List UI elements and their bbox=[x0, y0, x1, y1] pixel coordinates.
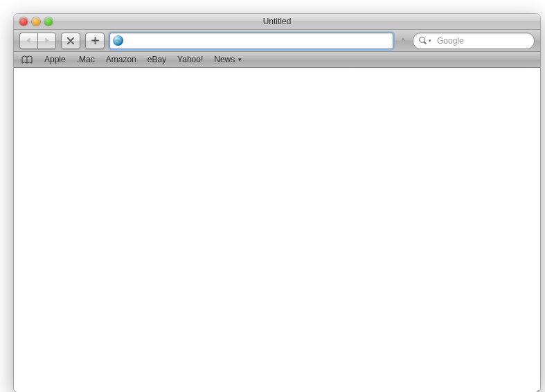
nav-buttons bbox=[19, 33, 56, 49]
traffic-lights bbox=[19, 17, 53, 26]
bookmark-item[interactable]: Apple bbox=[44, 55, 66, 64]
zoom-button[interactable] bbox=[44, 17, 53, 26]
search-icon bbox=[419, 37, 427, 45]
bookmark-label: Yahoo! bbox=[177, 55, 203, 64]
stop-button[interactable] bbox=[61, 33, 80, 49]
titlebar[interactable]: Untitled bbox=[14, 14, 540, 30]
bookmark-item-dropdown[interactable]: News▼ bbox=[214, 55, 242, 64]
bookmarks-bar: Apple .Mac Amazon eBay Yahoo! News▼ bbox=[14, 52, 540, 68]
search-input[interactable] bbox=[436, 35, 540, 46]
search-menu-caret-icon[interactable]: ▾ bbox=[429, 38, 431, 44]
toolbar: ^ ▾ bbox=[14, 30, 540, 52]
address-bar[interactable] bbox=[109, 33, 393, 49]
bookmarks-menu-icon[interactable] bbox=[21, 55, 33, 64]
bookmark-item[interactable]: Yahoo! bbox=[177, 55, 203, 64]
bookmark-label: eBay bbox=[148, 55, 166, 64]
add-bookmark-button[interactable] bbox=[85, 33, 105, 49]
bookmark-label: Amazon bbox=[106, 55, 136, 64]
address-input[interactable] bbox=[126, 34, 390, 48]
window-title: Untitled bbox=[14, 17, 540, 26]
minimize-button[interactable] bbox=[32, 17, 40, 26]
search-bar[interactable]: ▾ bbox=[413, 33, 535, 49]
forward-button[interactable] bbox=[37, 33, 56, 49]
globe-icon bbox=[113, 35, 123, 46]
resize-handle[interactable] bbox=[529, 381, 539, 391]
close-button[interactable] bbox=[19, 17, 28, 26]
bookmark-label: News bbox=[214, 55, 235, 64]
back-icon bbox=[26, 37, 32, 44]
content-area bbox=[14, 68, 540, 392]
stop-icon bbox=[67, 37, 74, 44]
bookmark-label: Apple bbox=[44, 55, 66, 64]
browser-window: Untitled ^ ▾ Ap bbox=[14, 14, 540, 392]
bookmark-item[interactable]: .Mac bbox=[77, 55, 95, 64]
snapback-button[interactable]: ^ bbox=[398, 37, 408, 44]
plus-icon bbox=[91, 37, 99, 44]
back-button[interactable] bbox=[19, 33, 37, 49]
chevron-down-icon: ▼ bbox=[237, 57, 242, 63]
forward-icon bbox=[44, 37, 50, 44]
bookmark-item[interactable]: Amazon bbox=[106, 55, 136, 64]
bookmark-label: .Mac bbox=[77, 55, 95, 64]
bookmark-item[interactable]: eBay bbox=[148, 55, 166, 64]
